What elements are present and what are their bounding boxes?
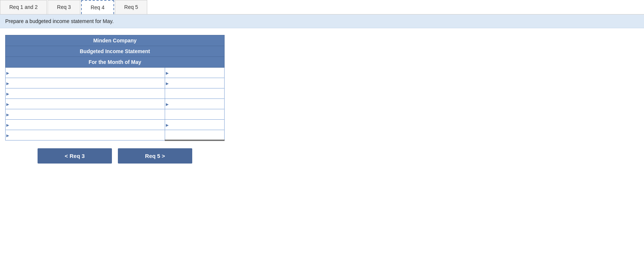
label-cell: ▶ [6, 109, 165, 120]
label-cell: ▶ [6, 68, 165, 78]
arrow-icon: ▶ [166, 81, 169, 85]
value-input[interactable] [165, 88, 224, 98]
label-input[interactable] [6, 130, 165, 140]
arrow-icon: ▶ [6, 71, 9, 75]
arrow-icon: ▶ [166, 123, 169, 127]
arrow-icon: ▶ [166, 102, 169, 106]
value-cell [165, 109, 225, 120]
value-input[interactable] [165, 78, 224, 88]
table-row: ▶ [6, 88, 225, 99]
label-input[interactable] [6, 78, 165, 88]
arrow-icon: ▶ [6, 112, 9, 116]
value-input[interactable] [165, 109, 224, 119]
table-row: ▶ ▶ [6, 78, 225, 88]
buttons-row: < Req 3 Req 5 > [5, 148, 225, 164]
header-row-2: Budgeted Income Statement [6, 46, 225, 57]
main-content: Minden Company Budgeted Income Statement… [0, 33, 644, 171]
label-input[interactable] [6, 68, 165, 78]
arrow-icon: ▶ [6, 81, 9, 85]
statement-title: Budgeted Income Statement [6, 46, 225, 57]
table-row: ▶ [6, 109, 225, 120]
header-row-3: For the Month of May [6, 57, 225, 68]
label-input[interactable] [6, 88, 165, 98]
table-row: ▶ ▶ [6, 99, 225, 109]
value-cell: ▶ [165, 68, 225, 78]
table-row: ▶ ▶ [6, 68, 225, 78]
value-input[interactable] [165, 120, 224, 130]
label-input[interactable] [6, 99, 165, 109]
table-row: ▶ [6, 130, 225, 140]
label-cell: ▶ [6, 88, 165, 99]
instruction-bar: Prepare a budgeted income statement for … [0, 14, 644, 28]
value-cell: ▶ [165, 99, 225, 109]
label-cell: ▶ [6, 120, 165, 130]
table-row: ▶ ▶ [6, 120, 225, 130]
company-name: Minden Company [6, 35, 225, 46]
arrow-icon: ▶ [6, 133, 9, 137]
arrow-icon: ▶ [6, 102, 9, 106]
next-button[interactable]: Req 5 > [118, 148, 192, 164]
tab-req5[interactable]: Req 5 [115, 0, 147, 14]
statement-period: For the Month of May [6, 57, 225, 68]
tab-req12[interactable]: Req 1 and 2 [0, 0, 47, 14]
arrow-icon: ▶ [6, 123, 9, 127]
value-input[interactable] [165, 99, 224, 109]
label-input[interactable] [6, 109, 165, 119]
label-cell: ▶ [6, 99, 165, 109]
value-input[interactable] [165, 68, 224, 78]
arrow-icon: ▶ [6, 91, 9, 96]
tab-req4[interactable]: Req 4 [81, 0, 114, 14]
header-row-1: Minden Company [6, 35, 225, 46]
value-input[interactable] [165, 130, 224, 140]
instruction-text: Prepare a budgeted income statement for … [5, 18, 114, 24]
statement-table: Minden Company Budgeted Income Statement… [5, 35, 225, 141]
tab-req3[interactable]: Req 3 [48, 0, 80, 14]
label-cell: ▶ [6, 130, 165, 140]
label-input[interactable] [6, 120, 165, 130]
tabs-container: Req 1 and 2 Req 3 Req 4 Req 5 [0, 0, 644, 14]
arrow-icon: ▶ [166, 71, 169, 75]
label-cell: ▶ [6, 78, 165, 88]
value-cell [165, 130, 225, 140]
value-cell: ▶ [165, 120, 225, 130]
value-cell: ▶ [165, 78, 225, 88]
prev-button[interactable]: < Req 3 [38, 148, 112, 164]
value-cell [165, 88, 225, 99]
